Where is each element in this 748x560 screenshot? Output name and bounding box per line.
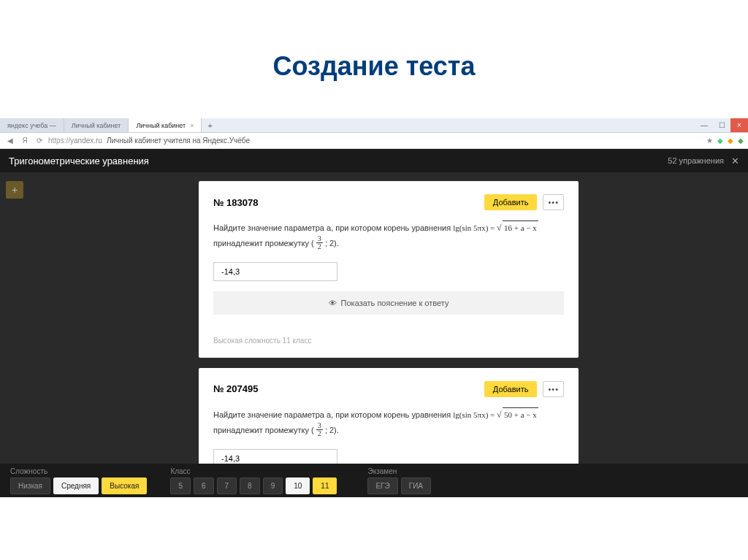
filter-bar: Сложность Низкая Средняя Высокая Класс 5… <box>0 464 748 497</box>
browser-tab[interactable]: Личный кабинет <box>64 118 129 132</box>
formula: lg(sin 5πx) = 16 + a − x <box>453 223 538 232</box>
slide-title: Создание теста <box>0 0 748 118</box>
eye-icon: 👁 <box>329 299 337 307</box>
filter-label-difficulty: Сложность <box>10 467 144 475</box>
problem-text: Найдите значение параметра a, при которо… <box>213 220 564 252</box>
filter-class-5[interactable]: 5 <box>170 477 191 494</box>
minimize-button[interactable]: — <box>695 118 713 132</box>
url-page-title: Личный кабинет учителя на Яндекс.Учёбе <box>107 137 250 145</box>
tab-label: Личный кабинет <box>136 122 186 129</box>
url-protocol: https:// <box>48 137 70 145</box>
url-domain: yandex.ru <box>70 137 102 145</box>
formula: lg(sin 5πx) = 50 + a − x <box>453 410 538 419</box>
more-button[interactable]: ••• <box>543 194 564 210</box>
answer-input[interactable] <box>213 262 337 281</box>
browser-window: яндекс учеба — Личный кабинет Личный каб… <box>0 118 748 497</box>
filter-class-11[interactable]: 11 <box>313 477 337 494</box>
app-header: Тригонометрические уравнения 52 упражнен… <box>0 149 748 172</box>
left-gutter: + <box>0 172 29 497</box>
add-button[interactable]: Добавить <box>484 381 538 397</box>
filter-class-9[interactable]: 9 <box>263 477 283 494</box>
browser-tab-bar: яндекс учеба — Личный кабинет Личный каб… <box>0 118 748 133</box>
filter-class-8[interactable]: 8 <box>240 477 260 494</box>
show-explanation-button[interactable]: 👁Показать пояснение к ответу <box>213 291 564 315</box>
browser-tab[interactable]: яндекс учеба — <box>0 118 64 132</box>
problem-text: Найдите значение параметра a, при которо… <box>213 407 564 439</box>
close-window-button[interactable]: × <box>730 118 748 132</box>
filter-exam-ege[interactable]: ЕГЭ <box>367 477 397 494</box>
exercise-count: 52 упражнения <box>668 156 724 165</box>
app-title: Тригонометрические уравнения <box>9 156 668 166</box>
reload-icon[interactable]: ⟳ <box>34 137 45 145</box>
tab-label: Личный кабинет <box>72 122 121 129</box>
filter-difficulty-medium[interactable]: Средняя <box>53 477 99 494</box>
extension-icon[interactable]: ◆ <box>728 137 733 145</box>
card-header: № 183078 Добавить ••• <box>213 194 564 210</box>
yandex-icon[interactable]: Я <box>19 137 31 145</box>
extension-icon[interactable]: ◆ <box>738 137 744 145</box>
workspace: + № 183078 Добавить ••• Найдите значение… <box>0 172 748 497</box>
card-footer-meta: Высокая сложность 11 класс <box>213 337 564 345</box>
filter-class-10[interactable]: 10 <box>286 477 310 494</box>
card-header: № 207495 Добавить ••• <box>213 381 564 397</box>
add-button[interactable]: Добавить <box>484 194 538 210</box>
url-bar: ◀ Я ⟳ https:// yandex.ru Личный кабинет … <box>0 133 748 149</box>
extension-icon[interactable]: ★ <box>706 137 713 145</box>
exercise-number: № 183078 <box>213 197 484 208</box>
tab-label: яндекс учеба — <box>7 122 56 129</box>
extension-icon[interactable]: ◆ <box>717 137 723 145</box>
window-controls: — ☐ × <box>695 118 748 132</box>
filter-class-7[interactable]: 7 <box>217 477 237 494</box>
new-tab-button[interactable]: + <box>202 118 218 132</box>
filter-label-exam: Экзамен <box>367 467 428 475</box>
filter-label-class: Класс <box>170 467 334 475</box>
close-panel-icon[interactable]: ✕ <box>731 156 739 166</box>
tab-close-icon[interactable]: × <box>190 122 194 129</box>
filter-difficulty-low[interactable]: Низкая <box>10 477 50 494</box>
browser-extension-icons: ★ ◆ ◆ ◆ <box>706 137 744 145</box>
exercise-card: № 183078 Добавить ••• Найдите значение п… <box>199 181 579 358</box>
add-exercise-button[interactable]: + <box>6 181 23 199</box>
browser-tab-active[interactable]: Личный кабинет × <box>129 118 202 132</box>
filter-difficulty-high[interactable]: Высокая <box>102 477 147 494</box>
filter-exam-gia[interactable]: ГИА <box>401 477 431 494</box>
url-field[interactable]: https:// yandex.ru Личный кабинет учител… <box>48 137 706 145</box>
exercise-number: № 207495 <box>213 383 484 394</box>
card-list: № 183078 Добавить ••• Найдите значение п… <box>29 172 748 497</box>
maximize-button[interactable]: ☐ <box>713 118 730 132</box>
filter-class-6[interactable]: 6 <box>194 477 214 494</box>
more-button[interactable]: ••• <box>543 381 564 397</box>
back-icon[interactable]: ◀ <box>4 137 16 145</box>
